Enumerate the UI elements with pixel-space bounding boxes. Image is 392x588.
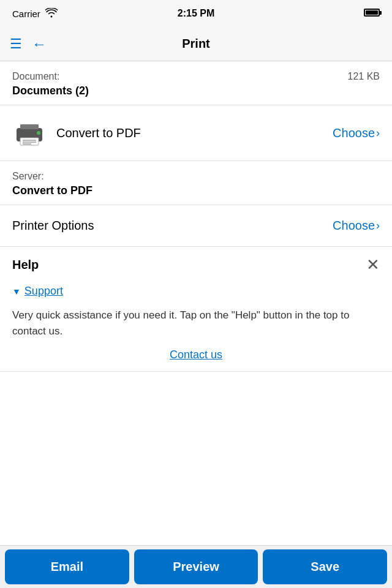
convert-label: Convert to PDF — [56, 126, 333, 140]
bottom-bar: Email Preview Save — [0, 545, 392, 588]
printer-options-row: Printer Options Choose › — [0, 205, 392, 247]
document-header: Document: 121 KB — [12, 71, 380, 82]
document-section: Document: 121 KB Documents (2) — [0, 61, 392, 105]
preview-button[interactable]: Preview — [134, 549, 258, 584]
server-name: Convert to PDF — [12, 184, 380, 197]
convert-choose-label: Choose — [333, 126, 375, 140]
nav-bar: ☰ ← Print — [0, 27, 392, 61]
convert-choose-button[interactable]: Choose › — [333, 126, 380, 140]
document-name: Documents (2) — [12, 85, 380, 97]
document-label: Document: — [12, 71, 59, 82]
printer-options-choose-label: Choose — [333, 219, 375, 233]
triangle-icon: ▼ — [12, 287, 21, 296]
server-section: Server: Convert to PDF — [0, 161, 392, 205]
help-section: Help ✕ ▼ Support Very quick assistance i… — [0, 247, 392, 372]
printer-icon — [12, 118, 47, 148]
svg-point-6 — [37, 131, 40, 135]
save-button[interactable]: Save — [263, 549, 387, 584]
printer-options-choose-button[interactable]: Choose › — [333, 219, 380, 233]
help-header: Help ✕ — [12, 257, 380, 273]
wifi-icon — [45, 8, 58, 20]
printer-options-label: Printer Options — [12, 219, 333, 233]
svg-rect-1 — [20, 124, 39, 129]
convert-chevron-icon: › — [376, 127, 380, 140]
support-link[interactable]: Support — [24, 285, 63, 298]
main-content: Document: 121 KB Documents (2) Convert — [0, 61, 392, 545]
nav-title: Print — [182, 37, 210, 51]
help-close-button[interactable]: ✕ — [366, 257, 380, 273]
battery-icon — [364, 9, 380, 18]
nav-bar-left: ☰ ← — [10, 36, 47, 53]
status-bar-left: Carrier — [12, 8, 58, 20]
support-row: ▼ Support — [12, 285, 380, 298]
status-bar: Carrier 2:15 PM — [0, 0, 392, 27]
document-size: 121 KB — [348, 71, 380, 82]
help-body-text: Very quick assistance if you need it. Ta… — [12, 307, 380, 339]
back-button[interactable]: ← — [32, 36, 47, 53]
hamburger-icon[interactable]: ☰ — [10, 36, 22, 52]
email-button[interactable]: Email — [5, 549, 129, 584]
help-title: Help — [12, 258, 39, 272]
carrier-label: Carrier — [12, 9, 40, 19]
contact-us-link[interactable]: Contact us — [12, 349, 380, 361]
status-bar-time: 2:15 PM — [178, 8, 214, 19]
server-label: Server: — [12, 171, 380, 182]
convert-to-pdf-row: Convert to PDF Choose › — [0, 105, 392, 161]
printer-options-chevron-icon: › — [376, 219, 380, 232]
